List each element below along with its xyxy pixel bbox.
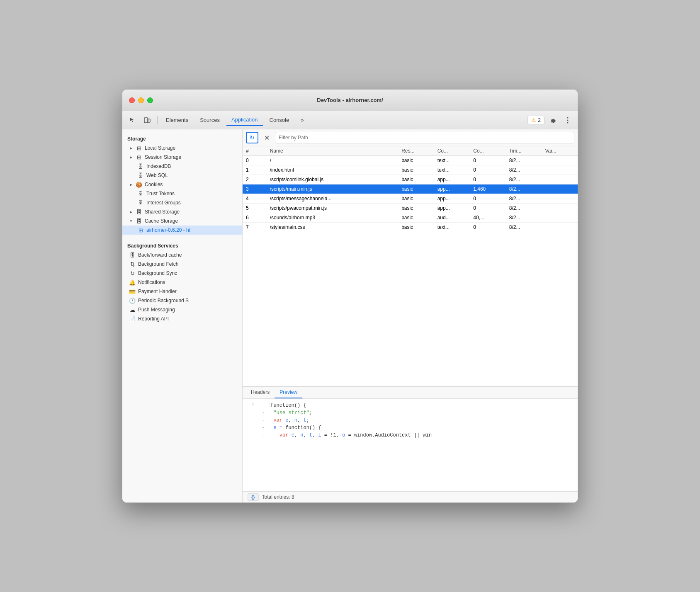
tab-console[interactable]: Console [265,114,294,126]
table-row[interactable]: 5/scripts/pwacompat.min.jsbasicapp...08/… [243,204,578,213]
cache-toolbar: ↻ ✕ [243,129,578,146]
sidebar-item-push-messaging[interactable]: ☁ Push Messaging [122,305,242,314]
footer-bar: {} Total entries: 8 [243,491,578,502]
tab-sources[interactable]: Sources [195,114,225,126]
format-button[interactable]: {} [248,493,259,501]
device-toolbar-icon[interactable] [141,114,154,126]
svg-rect-1 [148,119,150,122]
tab-application[interactable]: Application [226,114,263,126]
card-icon: 💳 [129,288,136,295]
sidebar-item-cache-storage[interactable]: 🗄 Cache Storage [122,216,242,226]
sidebar: Storage ⊞ Local Storage ⊞ Session Storag… [122,129,243,502]
sidebar-item-notifications[interactable]: 🔔 Notifications [122,278,242,287]
sidebar-item-session-storage[interactable]: ⊞ Session Storage [122,153,242,162]
expand-arrow-icon [129,210,133,214]
sidebar-item-background-sync[interactable]: ↻ Background Sync [122,269,242,278]
tab-headers[interactable]: Headers [246,387,275,398]
window-title: DevTools - airhorner.com/ [317,97,383,103]
db-icon: 🗄 [136,218,142,224]
sidebar-item-web-sql[interactable]: 🗄 Web SQL [122,171,242,180]
sidebar-item-back-forward-cache[interactable]: 🗄 Back/forward cache [122,250,242,260]
title-bar: DevTools - airhorner.com/ [122,90,578,111]
svg-point-2 [146,121,146,122]
expand-arrow-icon [129,155,133,159]
db-icon: 🗄 [129,252,136,258]
detail-tabs: Headers Preview [243,387,578,399]
code-preview: 1!function() {- "use strict";- var e, n,… [243,399,578,491]
devtools-window: DevTools - airhorner.com/ Elements Sourc… [122,89,578,503]
grid-icon: ⊞ [136,154,142,160]
svg-point-4 [567,119,569,121]
grid-icon: ⊞ [136,145,142,151]
cookie-icon: 🍪 [136,181,142,188]
toolbar-divider-1 [157,116,158,124]
sidebar-item-cookies[interactable]: 🍪 Cookies [122,180,242,189]
table-row[interactable]: 2/scripts/comlink.global.jsbasicapp...08… [243,175,578,184]
col-header-co2: Co... [470,146,506,156]
table-header-row: # Name Res... Co... Co... Tim... Var... [243,146,578,156]
tab-elements[interactable]: Elements [161,114,193,126]
svg-point-5 [567,122,569,123]
clear-cache-button[interactable]: ✕ [261,132,272,143]
cache-table: # Name Res... Co... Co... Tim... Var... … [243,146,578,386]
table-row[interactable]: 0/basictext...08/2... [243,156,578,165]
sidebar-item-payment-handler[interactable]: 💳 Payment Handler [122,287,242,296]
main-area: Storage ⊞ Local Storage ⊞ Session Storag… [122,129,578,502]
storage-section-label: Storage [122,133,242,143]
tab-preview[interactable]: Preview [275,387,302,398]
col-header-var: Var... [542,146,578,156]
db-icon: 🗄 [137,172,144,179]
cache-entries-table: # Name Res... Co... Co... Tim... Var... … [243,146,578,232]
sidebar-item-local-storage[interactable]: ⊞ Local Storage [122,143,242,153]
code-line: - "use strict"; [243,410,578,417]
col-header-tim: Tim... [506,146,542,156]
sidebar-item-interest-groups[interactable]: 🗄 Interest Groups [122,198,242,207]
inspect-icon[interactable] [126,114,139,126]
sidebar-item-cache-entry[interactable]: ⊞ airhorner-0.6.20 - ht [122,226,242,235]
cache-table-body: 0/basictext...08/2...1/index.htmlbasicte… [243,156,578,232]
warning-badge[interactable]: ⚠ 2 [527,116,544,124]
minimize-button[interactable] [138,97,144,103]
arrows-icon: ⇅ [129,261,136,267]
table-row[interactable]: 6/sounds/airhorn.mp3basicaud...40,...8/2… [243,213,578,223]
close-button[interactable] [129,97,135,103]
sidebar-item-indexeddb[interactable]: 🗄 IndexedDB [122,162,242,171]
refresh-cache-button[interactable]: ↻ [246,132,258,143]
code-line: - e = function() { [243,425,578,432]
total-entries: Total entries: 8 [262,494,294,500]
background-services-label: Background Services [122,240,242,250]
sidebar-item-reporting-api[interactable]: 📄 Reporting API [122,314,242,323]
table-row[interactable]: 1/index.htmlbasictext...08/2... [243,165,578,175]
table-row[interactable]: 4/scripts/messagechannela...basicapp...0… [243,194,578,204]
sidebar-item-background-fetch[interactable]: ⇅ Background Fetch [122,260,242,269]
tab-more[interactable]: » [296,114,309,126]
doc-icon: 📄 [129,315,136,322]
expand-arrow-icon [129,182,133,187]
sidebar-item-shared-storage[interactable]: 🗄 Shared Storage [122,207,242,216]
table-row[interactable]: 3/scripts/main.min.jsbasicapp...1,4608/2… [243,184,578,194]
col-header-res: Res... [398,146,434,156]
filter-input[interactable] [275,132,574,143]
db-icon: 🗄 [137,190,144,197]
maximize-button[interactable] [147,97,153,103]
svg-point-3 [567,117,569,118]
expand-arrow-icon [129,146,133,150]
settings-icon[interactable] [546,114,559,126]
sidebar-item-trust-tokens[interactable]: 🗄 Trust Tokens [122,189,242,198]
code-line: - var e, n, t; [243,417,578,425]
main-toolbar: Elements Sources Application Console » ⚠… [122,111,578,129]
more-options-icon[interactable] [561,114,574,126]
col-header-name: Name [267,146,398,156]
col-header-num: # [243,146,267,156]
clock-icon: 🕐 [129,297,136,304]
expand-arrow-icon [129,219,133,223]
bell-icon: 🔔 [129,279,136,286]
detail-pane: Headers Preview 1!function() {- "use str… [243,386,578,502]
db-icon: 🗄 [136,209,142,215]
table-row[interactable]: 7/styles/main.cssbasictext...08/2... [243,223,578,232]
cloud-icon: ☁ [129,306,136,313]
db-icon: 🗄 [137,163,144,170]
db-icon: 🗄 [137,199,144,206]
sidebar-item-periodic-bg-sync[interactable]: 🕐 Periodic Background S [122,296,242,305]
content-panel: ↻ ✕ # Name Res... Co... Co... [243,129,578,502]
